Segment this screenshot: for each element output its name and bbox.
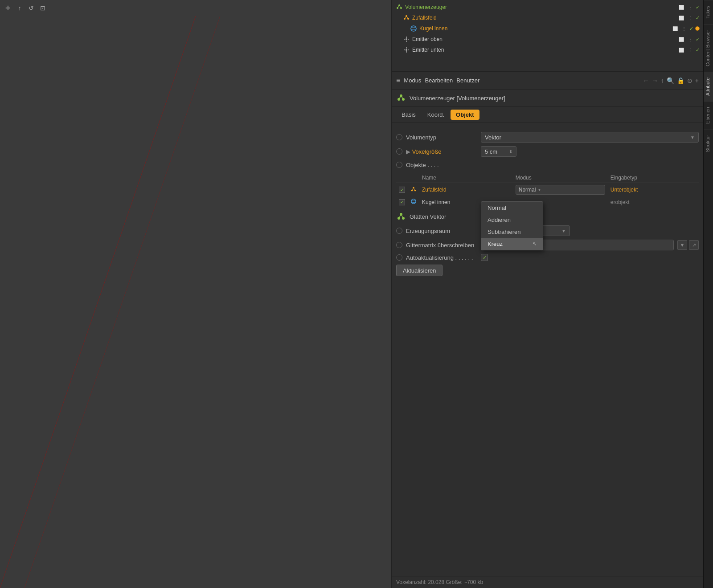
bearbeiten-menu[interactable]: Bearbeiten [425, 77, 453, 84]
vis-icon-4: ⬜ [678, 36, 685, 43]
row1-checkbox-cell [396, 183, 408, 197]
gittermatrix-arrow-btn[interactable]: ↗ [689, 240, 699, 250]
objekte-row: Objekte . . . . [392, 159, 703, 171]
up-icon[interactable]: ↑ [15, 4, 24, 12]
col-modus: Modus [513, 173, 608, 183]
voxelgroesse-input[interactable]: 5 cm ⬍ [481, 146, 516, 157]
section-title [392, 123, 703, 130]
svg-point-13 [411, 27, 416, 30]
dropdown-option-addieren[interactable]: Addieren [481, 214, 543, 226]
benutzer-menu[interactable]: Benutzer [456, 77, 479, 84]
side-tab-struktur[interactable]: Struktur [704, 129, 713, 158]
forward-nav-icon[interactable]: → [652, 77, 658, 84]
vis-icon-5: ⬜ [678, 46, 685, 53]
vis-icon-2: ⬜ [678, 14, 685, 21]
search-nav-icon[interactable]: 🔍 [667, 77, 674, 84]
object-title: Volumenerzeuger [Volumenerzeuger] [392, 90, 703, 107]
col-checkbox [396, 173, 408, 183]
col-icon [408, 173, 419, 183]
check-icon-4: ✓ [696, 37, 700, 42]
object-title-text: Volumenerzeuger [Volumenerzeuger] [410, 95, 505, 102]
objects-table-section: Name Modus Eingabetyp [392, 171, 703, 209]
row1-icon-cell [408, 183, 419, 197]
volumentyp-radio[interactable] [396, 134, 402, 140]
attr-toolbar: ≡ Modus Bearbeiten Benutzer ← → ↑ 🔍 🔒 ⊙ … [392, 72, 703, 90]
svg-line-0 [0, 16, 196, 588]
gittermatrix-dropdown-btn[interactable]: ▼ [677, 240, 687, 250]
lock-nav-icon[interactable]: 🔒 [677, 77, 684, 84]
gittermatrix-row: Gittermatrix überschreiben ▼ ↗ [392, 238, 703, 252]
fit-icon[interactable]: ⊡ [38, 4, 47, 12]
dropdown-option-normal[interactable]: Normal [481, 202, 543, 214]
reset-icon[interactable]: ↺ [27, 4, 36, 12]
hierarchy-item-emitter-oben[interactable]: Emitter oben ⬜ ⋮ ✓ [392, 34, 703, 45]
volumentyp-dropdown-arrow: ▼ [690, 135, 695, 140]
row1-mode-dropdown[interactable]: Normal ▼ [516, 185, 605, 195]
erzeugungsraum-row: Erzeugungsraum Objekte davor ▼ [392, 224, 703, 238]
vis-icon-3: ⬜ [672, 25, 679, 32]
dots-icon: ⋮ [687, 4, 694, 11]
record-nav-icon[interactable]: ⊙ [687, 77, 693, 84]
side-tab-content-browser[interactable]: Content Browser [704, 24, 713, 72]
side-tab-ebenen[interactable]: Ebenen [704, 101, 713, 129]
volumenerzeuger-name: Volumenerzeuger [405, 4, 678, 10]
autoaktualisierung-radio[interactable] [396, 254, 402, 261]
dropdown-option-kreuz[interactable]: Kreuz ↖ [481, 238, 543, 250]
tab-koord[interactable]: Koord. [422, 110, 450, 120]
check-icon: ✓ [696, 4, 700, 10]
viewport-canvas [0, 16, 391, 588]
voxelgroesse-radio[interactable] [396, 148, 402, 155]
autoaktualisierung-label: Autoaktualisierung . . . . . . [406, 254, 477, 261]
check-icon-3: ✓ [689, 26, 693, 32]
add-nav-icon[interactable]: + [695, 77, 699, 84]
menu-icon[interactable]: ≡ [396, 77, 400, 85]
dots-icon-4: ⋮ [687, 36, 694, 43]
row2-checkbox-cell [396, 196, 408, 208]
up-nav-icon[interactable]: ↑ [661, 77, 664, 84]
side-tab-takes[interactable]: Takes [704, 0, 713, 24]
svg-point-35 [411, 200, 416, 202]
hierarchy-item-emitter-unten[interactable]: Emitter unten ⬜ ⋮ ✓ [392, 45, 703, 55]
status-text: Voxelanzahl: 20.028 Größe: ~700 kb [396, 579, 483, 585]
side-tabs: Takes Content Browser Attribute Ebenen S… [703, 0, 713, 588]
row1-name: Zufallsfeld [419, 183, 513, 197]
volumentyp-label: Volumentyp [406, 134, 477, 141]
dots-icon-5: ⋮ [687, 46, 694, 53]
emitter-unten-name: Emitter unten [412, 47, 678, 53]
tab-objekt[interactable]: Objekt [451, 110, 479, 120]
kugelinnen-name: Kugel innen [419, 25, 672, 32]
row2-checkbox[interactable] [399, 199, 405, 205]
autoaktualisierung-row: Autoaktualisierung . . . . . . [392, 252, 703, 263]
hierarchy-item-volumenerzeuger[interactable]: Volumenerzeuger ⬜ ⋮ ✓ [392, 2, 703, 12]
tab-basis[interactable]: Basis [396, 110, 421, 120]
row1-checkbox[interactable] [399, 187, 405, 193]
status-bar: Voxelanzahl: 20.028 Größe: ~700 kb [392, 576, 703, 588]
aktualisieren-button[interactable]: Aktualisieren [396, 265, 443, 276]
volumentyp-dropdown[interactable]: Vektor ▼ [481, 132, 699, 143]
row1-inputtype: Unterobjekt [611, 187, 638, 193]
hierarchy-item-zufallsfeld[interactable]: Zufallsfeld ⬜ ⋮ ✓ [392, 12, 703, 23]
voxelgroesse-row: ▶ Voxelgröße 5 cm ⬍ [392, 144, 703, 159]
table-row[interactable]: Zufallsfeld Normal ▼ Unterobjekt [396, 183, 699, 197]
dropdown-option-subtrahieren[interactable]: Subtrahieren [481, 226, 543, 238]
row2-icon-cell [408, 196, 419, 208]
side-tab-attribute[interactable]: Attribute [704, 72, 713, 101]
autoaktualisierung-checkbox[interactable] [481, 254, 488, 261]
glaetten-row: Glätten Vektor 📄 [392, 209, 703, 224]
glaetten-icon [396, 212, 406, 221]
table-row-2[interactable]: Kugel innen erobjekt [396, 196, 699, 208]
hierarchy-item-kugelinnen[interactable]: Kugel innen ⬜ ⋮ ✓ [392, 23, 703, 34]
modus-menu[interactable]: Modus [404, 77, 421, 84]
back-nav-icon[interactable]: ← [643, 77, 649, 84]
svg-line-33 [414, 188, 415, 190]
volumentyp-value: Vektor ▼ [481, 132, 699, 143]
voxelgroesse-value: 5 cm ⬍ [481, 146, 699, 157]
glaetten-label: Glätten Vektor [410, 213, 481, 220]
cursor-icon: ↖ [533, 241, 537, 247]
zufallsfeld-icon [402, 14, 410, 22]
move-icon[interactable]: ✛ [4, 4, 12, 12]
svg-line-5 [397, 5, 399, 8]
gittermatrix-radio[interactable] [396, 242, 402, 248]
erzeugungsraum-radio[interactable] [396, 228, 402, 234]
objekte-radio[interactable] [396, 162, 402, 168]
